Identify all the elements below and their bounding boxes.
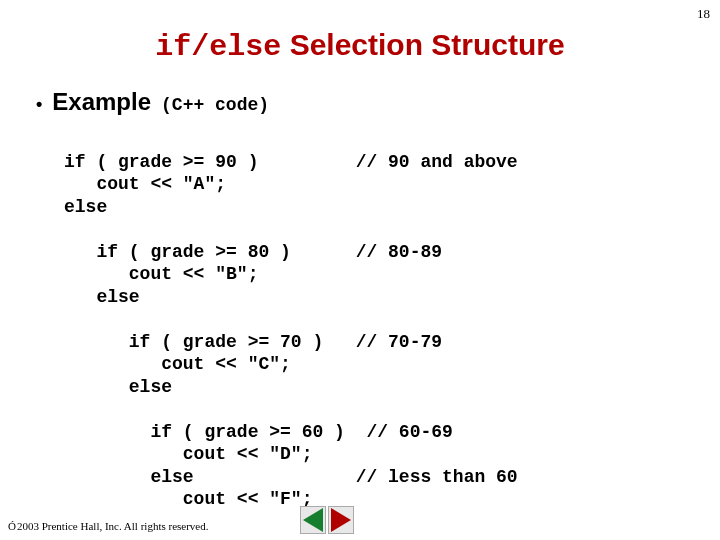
left-arrow-icon <box>303 508 323 532</box>
page-number: 18 <box>697 6 710 22</box>
title-mono: if/else <box>155 30 281 64</box>
code-line: if ( grade >= 60 ) // 60-69 <box>64 422 453 442</box>
prev-slide-button[interactable] <box>300 506 326 534</box>
code-line: cout << "B"; <box>64 264 258 284</box>
code-line: else // less than 60 <box>64 467 518 487</box>
code-line: cout << "A"; <box>64 174 226 194</box>
right-arrow-icon <box>331 508 351 532</box>
code-line: if ( grade >= 80 ) // 80-89 <box>64 242 442 262</box>
next-slide-button[interactable] <box>328 506 354 534</box>
code-line: if ( grade >= 70 ) // 70-79 <box>64 332 442 352</box>
code-line: else <box>64 197 107 217</box>
code-line: else <box>64 287 140 307</box>
bullet-sub: (C++ code) <box>161 95 269 115</box>
code-line: if ( grade >= 90 ) // 90 and above <box>64 152 518 172</box>
copyright: Ó 2003 Prentice Hall, Inc. All rights re… <box>8 520 209 532</box>
code-line: cout << "C"; <box>64 354 291 374</box>
nav-controls <box>300 506 354 534</box>
title-rest: Selection Structure <box>281 28 564 61</box>
bullet-dot-icon: • <box>36 95 42 113</box>
slide-title: if/else Selection Structure <box>0 28 720 64</box>
copyright-text: 2003 Prentice Hall, Inc. All rights rese… <box>17 520 209 532</box>
code-line: cout << "D"; <box>64 444 312 464</box>
copyright-symbol: Ó <box>8 520 16 532</box>
code-line: cout << "F"; <box>64 489 312 509</box>
code-line: else <box>64 377 172 397</box>
bullet-example: • Example (C++ code) <box>36 88 684 116</box>
bullet-text: Example <box>52 88 151 116</box>
code-block: if ( grade >= 90 ) // 90 and above cout … <box>64 128 684 533</box>
